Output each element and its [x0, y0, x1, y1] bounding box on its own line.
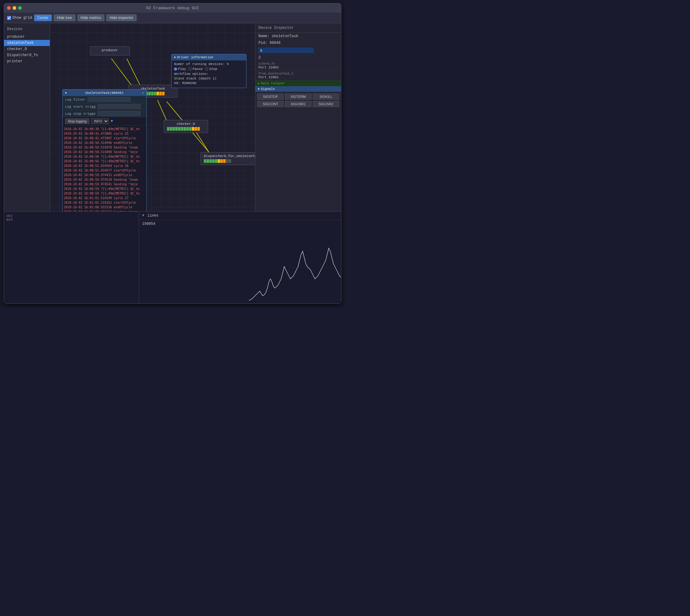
log-stop-trigger-row: Log stop trigge	[63, 110, 146, 117]
port1-name: tcher0_fo	[258, 62, 338, 66]
step-radio[interactable]: Step	[205, 67, 217, 71]
play-radio[interactable]: Play	[174, 67, 186, 71]
maximize-button[interactable]	[18, 6, 22, 10]
lines-label: lines	[147, 214, 158, 218]
log-content[interactable]: 2018-10-02 16:08:38 ?[1;49m[METRIC] QC_t…	[63, 126, 146, 211]
chart-dropdown-icon[interactable]: ▼	[142, 214, 144, 218]
log-line: 2018-10-02 16:08:59.974510 Sending "exam	[64, 177, 145, 182]
workflow-row: Workflow options:	[174, 72, 244, 76]
pause-radio[interactable]: Pause	[189, 67, 202, 71]
log-start-trigger-input[interactable]	[98, 104, 141, 109]
hide-inspector-button[interactable]: Hide inspector	[106, 15, 136, 21]
log-line: 2018-10-02 16:08:50.515098 Sending "obje	[64, 150, 145, 154]
window-controls	[7, 6, 22, 10]
sidebar-item-producer[interactable]: producer	[4, 34, 50, 40]
sigkill-button[interactable]: SIGKILL	[313, 93, 339, 100]
canvas-area: producer skeletonTask	[50, 23, 255, 211]
log-line: 2018-10-02 16:01:08.931536 endOfCycle	[64, 205, 145, 210]
log-line: 2018-10-02 16:08:59 ?[1;49m[METRIC] QC_t…	[64, 191, 145, 196]
sidebar-item-dispatcher[interactable]: Dispatcher0_fo	[4, 52, 50, 58]
inspector-input1[interactable]	[258, 47, 314, 53]
data-relayer-icon	[258, 82, 259, 85]
inspector-port2-row: from_skeletonTask_I Port 22001	[255, 71, 341, 81]
chart-controls: ▼ lines	[139, 212, 341, 220]
log-level-select[interactable]: INFO	[91, 118, 109, 124]
log-line: 2018-10-02 16:08:41.473085 cycle 25	[64, 131, 145, 136]
node-checker[interactable]: checker_0	[164, 120, 208, 133]
log-line: 2018-10-02 16:01:01.519149 cycle 27	[64, 196, 145, 200]
window-title: O2 Framework debug GUI	[146, 6, 199, 10]
signals-section-header: Signals	[255, 86, 341, 92]
node-producer-title: producer	[93, 48, 127, 52]
log-line: 2018-10-02 16:08:51.034577 startOfCycle	[64, 168, 145, 173]
signals-collapse-icon[interactable]	[258, 87, 259, 91]
min-label: min	[6, 218, 13, 221]
log-filter-row: Log filter	[63, 96, 146, 103]
bottom-panel: obj min ▼ lines 199854	[4, 211, 341, 303]
chart-svg	[249, 242, 341, 303]
node-dispatcher-title: Dispatcher0_for_skeletonTask	[204, 154, 255, 158]
sigusr1-button[interactable]: SIGUSR1	[285, 101, 311, 107]
log-stop-trigger-input[interactable]	[98, 111, 141, 116]
log-line: 2018-10-02 16:08:50.514996 endOfCycle	[64, 140, 145, 145]
log-window: skeletonTask(96048) ✕ Log filter Log sta…	[62, 89, 147, 211]
log-line: 2018-10-02 16:08:59.974541 Sending "obje	[64, 182, 145, 186]
log-line: 2018-10-02 16:08:38 ?[1;49m[METRIC] QC_t…	[64, 127, 145, 131]
inspector-panel: Device Inspector Name: skeletonTask Pid:…	[255, 23, 341, 211]
log-controls: Stop logging INFO ▼	[63, 117, 146, 126]
node-producer[interactable]: producer	[90, 46, 130, 56]
sidebar-item-printer[interactable]: printer	[4, 58, 50, 64]
hide-tree-button[interactable]: Hide tree	[54, 15, 76, 21]
obj-label: obj	[6, 214, 13, 218]
sigusr2-button[interactable]: SIGUSR2	[313, 101, 339, 107]
stop-logging-button[interactable]: Stop logging	[65, 118, 89, 124]
log-start-trigger-row: Log start trigg	[63, 103, 146, 110]
show-grid-label: Show grid	[12, 16, 32, 20]
bottom-left-panel: obj min	[4, 212, 139, 303]
log-close-button[interactable]: ✕	[142, 91, 144, 95]
running-devices-row: Numer of running devices: 5	[174, 62, 244, 66]
log-collapse-icon[interactable]	[65, 91, 67, 95]
play-controls: Play Pause Step	[174, 67, 244, 71]
driver-panel-content: Numer of running devices: 5 Play Pause	[172, 61, 246, 88]
log-line: 2018-10-02 16:08:59 ?[1;49m[METRIC] QC_t…	[64, 186, 145, 191]
log-line: 2018-10-02 16:08:50 ?[1;49m[METRIC] QC_t…	[64, 154, 145, 159]
log-window-header: skeletonTask(96048) ✕	[63, 90, 146, 96]
inspector-panel-title: Device Inspector	[255, 23, 341, 33]
port2-label: Port 22001	[258, 75, 338, 79]
step-radio-circle	[205, 67, 208, 70]
signal-grid: SIGSTOP SIGTERM SIGKILL SIGCONT SIGUSR1 …	[255, 92, 341, 109]
sidebar-item-skeletonTask[interactable]: skeletonTask	[4, 40, 50, 46]
log-line: 2018-10-02 16:01:01.519162 startOfCycle	[64, 200, 145, 205]
driver-panel-title: Driver information	[177, 56, 213, 59]
sigcont-button[interactable]: SIGCONT	[257, 101, 284, 107]
sidebar-title: Devices	[4, 26, 50, 32]
driver-collapse-icon[interactable]	[174, 56, 176, 59]
state-value-row: #0: RUNNING	[174, 81, 244, 85]
minimize-button[interactable]	[13, 6, 16, 10]
log-line: 2018-10-02 16:01:08.931612 Sending "exam	[64, 210, 145, 211]
port1-label: Port 22003	[258, 66, 338, 69]
node-dispatcher-bars	[204, 159, 255, 163]
center-button[interactable]: Center	[34, 15, 52, 21]
sigstop-button[interactable]: SIGSTOP	[257, 93, 284, 100]
node-dispatcher[interactable]: Dispatcher0_for_skeletonTask	[200, 152, 255, 165]
play-radio-circle	[174, 67, 177, 70]
node-checker-title: checker_0	[167, 122, 205, 126]
driver-panel-header: Driver information	[172, 54, 246, 61]
log-dropdown-icon[interactable]: ▼	[110, 119, 113, 124]
log-line: 2018-10-02 16:08:50.515070 Sending "exam	[64, 145, 145, 150]
close-button[interactable]	[7, 6, 11, 10]
port2-name: from_skeletonTask_I	[258, 72, 338, 75]
main-window: O2 Framework debug GUI Show grid Center …	[4, 3, 341, 304]
log-window-title: skeletonTask(96048)	[85, 91, 123, 95]
show-grid-checkbox[interactable]: Show grid	[7, 16, 32, 20]
inspector-input2-row: 2	[255, 54, 341, 61]
log-filter-input[interactable]	[87, 97, 130, 102]
sidebar-item-checker[interactable]: checker_0	[4, 46, 50, 52]
data-relayer-section[interactable]: Data relayer	[255, 81, 341, 86]
hide-metrics-button[interactable]: Hide metrics	[77, 15, 105, 21]
sigterm-button[interactable]: SIGTERM	[285, 93, 311, 100]
pause-radio-circle	[189, 67, 192, 70]
log-line: 2018-10-02 16:08:59.974431 endOfCycle	[64, 173, 145, 177]
